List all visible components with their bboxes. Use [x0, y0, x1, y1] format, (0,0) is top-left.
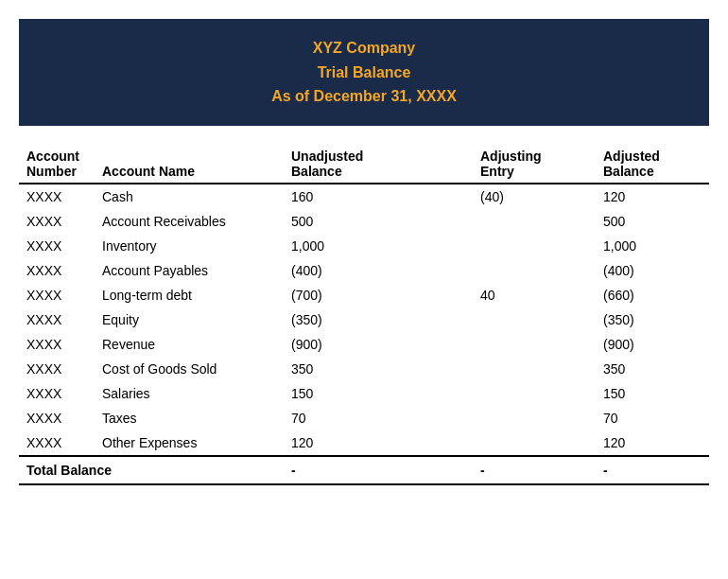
table-row: XXXXAccount Payables(400)(400)	[19, 258, 709, 283]
column-header-row: Account Number Account Name Unadjusted B…	[19, 145, 709, 184]
col-header-adjusted: Adjusted Balance	[596, 145, 709, 184]
cell-account-name: Account Receivables	[95, 209, 284, 234]
cell-adjusting	[473, 430, 596, 456]
cell-unadjusted: 500	[284, 209, 473, 234]
total-label: Total Balance	[19, 456, 284, 484]
table-row: XXXXOther Expenses120120	[19, 430, 709, 456]
total-adjusting: -	[473, 456, 596, 484]
cell-adjusting	[473, 381, 596, 406]
cell-adjusting	[473, 258, 596, 283]
cell-adjusted: 350	[596, 357, 709, 381]
cell-adjusted: 120	[596, 184, 709, 209]
col-header-account-name: Account Name	[95, 145, 284, 184]
cell-adjusting	[473, 357, 596, 381]
cell-unadjusted: 150	[284, 381, 473, 406]
cell-account-number: XXXX	[19, 258, 95, 283]
cell-adjusted: (900)	[596, 332, 709, 357]
cell-adjusting: 40	[473, 283, 596, 307]
cell-account-name: Equity	[95, 307, 284, 332]
cell-adjusting	[473, 234, 596, 258]
cell-account-number: XXXX	[19, 332, 95, 357]
main-container: XYZ Company Trial Balance As of December…	[19, 19, 709, 485]
table-row: XXXXInventory1,0001,000	[19, 234, 709, 258]
cell-account-name: Long-term debt	[95, 283, 284, 307]
cell-account-name: Inventory	[95, 234, 284, 258]
header-line1: XYZ Company	[28, 36, 700, 61]
cell-unadjusted: 1,000	[284, 234, 473, 258]
cell-account-name: Salaries	[95, 381, 284, 406]
cell-adjusted: (350)	[596, 307, 709, 332]
cell-account-number: XXXX	[19, 184, 95, 209]
cell-unadjusted: (700)	[284, 283, 473, 307]
table-row: XXXXRevenue(900)(900)	[19, 332, 709, 357]
cell-account-number: XXXX	[19, 381, 95, 406]
cell-account-name: Cost of Goods Sold	[95, 357, 284, 381]
cell-adjusting	[473, 307, 596, 332]
cell-account-name: Taxes	[95, 406, 284, 430]
cell-adjusting: (40)	[473, 184, 596, 209]
col-header-adjusting: Adjusting Entry	[473, 145, 596, 184]
cell-unadjusted: (400)	[284, 258, 473, 283]
header-line2: Trial Balance	[28, 61, 700, 85]
total-balance-row: Total Balance---	[19, 456, 709, 484]
col-header-unadjusted: Unadjusted Balance	[284, 145, 473, 184]
cell-adjusted: 500	[596, 209, 709, 234]
cell-account-number: XXXX	[19, 406, 95, 430]
table-row: XXXXLong-term debt(700)40(660)	[19, 283, 709, 307]
cell-unadjusted: (350)	[284, 307, 473, 332]
report-header: XYZ Company Trial Balance As of December…	[19, 19, 709, 126]
cell-account-name: Revenue	[95, 332, 284, 357]
cell-adjusted: (400)	[596, 258, 709, 283]
table-row: XXXXEquity(350)(350)	[19, 307, 709, 332]
cell-adjusted: 70	[596, 406, 709, 430]
cell-adjusted: (660)	[596, 283, 709, 307]
table-row: XXXXCash160(40)120	[19, 184, 709, 209]
trial-balance-table: Account Number Account Name Unadjusted B…	[19, 145, 709, 485]
cell-adjusting	[473, 332, 596, 357]
cell-account-number: XXXX	[19, 357, 95, 381]
cell-adjusting	[473, 406, 596, 430]
cell-adjusting	[473, 209, 596, 234]
total-unadjusted: -	[284, 456, 473, 484]
cell-adjusted: 150	[596, 381, 709, 406]
table-row: XXXXCost of Goods Sold350350	[19, 357, 709, 381]
cell-account-number: XXXX	[19, 430, 95, 456]
cell-account-number: XXXX	[19, 307, 95, 332]
cell-account-number: XXXX	[19, 209, 95, 234]
cell-unadjusted: 160	[284, 184, 473, 209]
cell-account-number: XXXX	[19, 234, 95, 258]
cell-adjusted: 120	[596, 430, 709, 456]
cell-account-name: Cash	[95, 184, 284, 209]
cell-account-name: Other Expenses	[95, 430, 284, 456]
cell-unadjusted: 350	[284, 357, 473, 381]
table-row: XXXXTaxes7070	[19, 406, 709, 430]
cell-account-name: Account Payables	[95, 258, 284, 283]
cell-unadjusted: 70	[284, 406, 473, 430]
cell-unadjusted: 120	[284, 430, 473, 456]
col-header-account-number: Account Number	[19, 145, 95, 184]
cell-account-number: XXXX	[19, 283, 95, 307]
table-row: XXXXSalaries150150	[19, 381, 709, 406]
total-adjusted: -	[596, 456, 709, 484]
header-line3: As of December 31, XXXX	[28, 84, 700, 109]
table-row: XXXXAccount Receivables500500	[19, 209, 709, 234]
cell-adjusted: 1,000	[596, 234, 709, 258]
cell-unadjusted: (900)	[284, 332, 473, 357]
